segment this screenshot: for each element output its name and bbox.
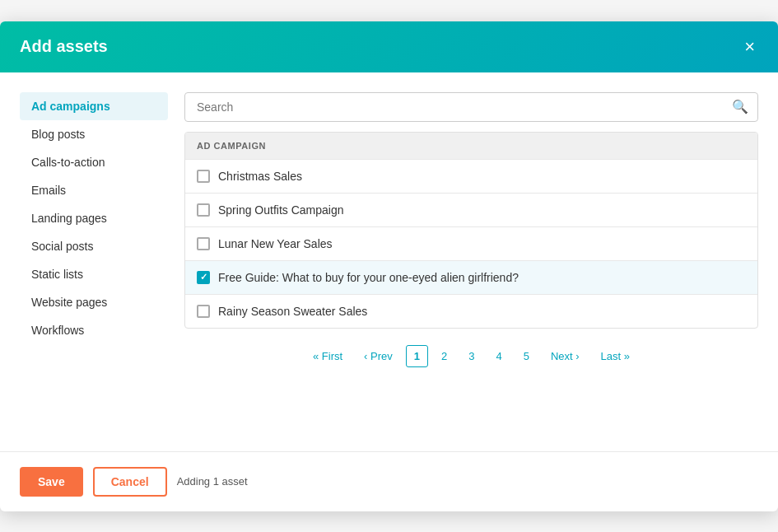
row-checkbox-0[interactable] xyxy=(197,170,210,183)
sidebar-item-static-lists[interactable]: Static lists xyxy=(20,260,168,288)
sidebar-item-calls-to-action[interactable]: Calls-to-action xyxy=(20,148,168,176)
table-header: AD CAMPAIGN xyxy=(185,133,757,159)
row-label-1: Spring Outfits Campaign xyxy=(218,203,344,217)
modal-header: Add assets × xyxy=(0,21,778,72)
row-label-2: Lunar New Year Sales xyxy=(218,237,333,250)
save-button[interactable]: Save xyxy=(20,467,83,497)
table-row[interactable]: Christmas Sales xyxy=(185,159,757,193)
search-bar: 🔍 xyxy=(184,92,758,122)
cancel-button[interactable]: Cancel xyxy=(93,467,167,497)
row-label-0: Christmas Sales xyxy=(218,170,302,183)
page-1-button[interactable]: 1 xyxy=(406,345,428,367)
asset-table: AD CAMPAIGN Christmas Sales Spring Outfi… xyxy=(184,132,758,329)
page-5-button[interactable]: 5 xyxy=(515,345,538,367)
table-row[interactable]: Rainy Season Sweater Sales xyxy=(185,294,757,328)
footer-status: Adding 1 asset xyxy=(177,475,248,488)
sidebar-item-blog-posts[interactable]: Blog posts xyxy=(20,120,168,148)
page-4-button[interactable]: 4 xyxy=(487,345,510,367)
sidebar-item-emails[interactable]: Emails xyxy=(20,176,168,204)
row-checkbox-3[interactable] xyxy=(197,271,210,284)
modal-footer: Save Cancel Adding 1 asset xyxy=(0,451,778,511)
row-checkbox-2[interactable] xyxy=(197,237,210,250)
page-next-button[interactable]: Next › xyxy=(543,345,588,367)
sidebar-item-ad-campaigns[interactable]: Ad campaigns xyxy=(20,92,168,120)
row-label-4: Rainy Season Sweater Sales xyxy=(218,305,367,318)
content-area: 🔍 AD CAMPAIGN Christmas Sales Spring Out… xyxy=(184,92,758,432)
row-checkbox-1[interactable] xyxy=(197,203,210,217)
add-assets-modal: Add assets × Ad campaigns Blog posts Cal… xyxy=(0,21,778,511)
page-3-button[interactable]: 3 xyxy=(460,345,482,367)
modal-title: Add assets xyxy=(20,37,108,56)
sidebar: Ad campaigns Blog posts Calls-to-action … xyxy=(20,92,168,432)
pagination: « First ‹ Prev 1 2 3 4 5 Next › Last » xyxy=(184,345,758,367)
page-2-button[interactable]: 2 xyxy=(433,345,455,367)
page-last-button[interactable]: Last » xyxy=(593,345,638,367)
sidebar-item-social-posts[interactable]: Social posts xyxy=(20,232,168,260)
page-first-button[interactable]: « First xyxy=(305,345,351,367)
table-row[interactable]: Lunar New Year Sales xyxy=(185,226,757,260)
search-input[interactable] xyxy=(184,92,758,122)
search-icon: 🔍 xyxy=(732,99,748,114)
sidebar-item-landing-pages[interactable]: Landing pages xyxy=(20,204,168,232)
page-prev-button[interactable]: ‹ Prev xyxy=(356,345,401,367)
modal-body: Ad campaigns Blog posts Calls-to-action … xyxy=(0,72,778,451)
table-row-selected[interactable]: Free Guide: What to buy for your one-eye… xyxy=(185,260,757,294)
sidebar-item-website-pages[interactable]: Website pages xyxy=(20,288,168,316)
sidebar-item-workflows[interactable]: Workflows xyxy=(20,316,168,344)
close-button[interactable]: × xyxy=(741,36,758,58)
table-row[interactable]: Spring Outfits Campaign xyxy=(185,193,757,226)
row-label-3: Free Guide: What to buy for your one-eye… xyxy=(218,271,519,284)
row-checkbox-4[interactable] xyxy=(197,305,210,318)
